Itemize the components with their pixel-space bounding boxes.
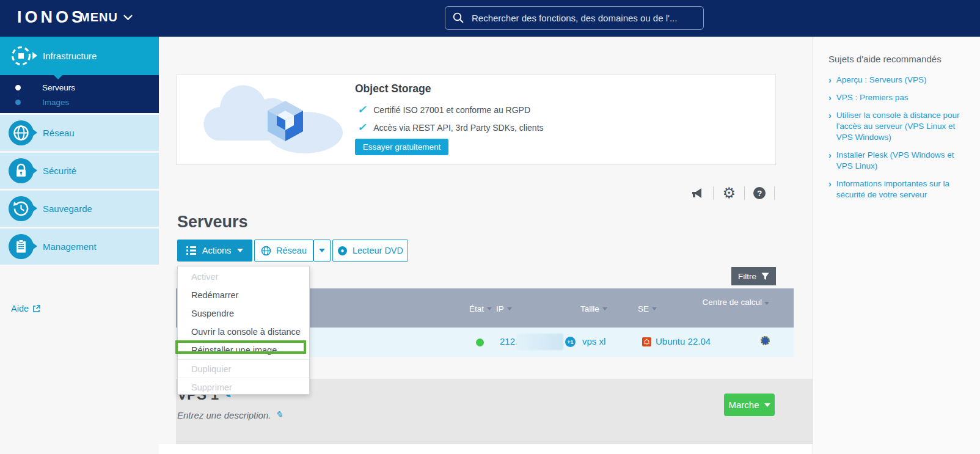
server-description[interactable]: Entrez une description. ✎ (177, 409, 283, 420)
sidebar-item-label: Réseau (43, 128, 75, 138)
ionos-logo[interactable]: IONOS (17, 8, 86, 27)
status-running-dot (476, 339, 484, 346)
column-label: État (469, 304, 484, 313)
search-input[interactable] (470, 12, 696, 24)
sort-caret-icon (764, 302, 769, 305)
actions-dropdown-menu: Activer Redémarrer Suspendre Ouvrir la c… (177, 266, 310, 395)
column-label: Taille (580, 304, 599, 313)
menu-item-redemarrer[interactable]: Redémarrer (178, 286, 309, 304)
column-header-taille[interactable]: Taille (580, 304, 607, 313)
chevron-right-icon: › (828, 92, 832, 103)
sidebar-item-label: Sécurité (43, 166, 76, 176)
ip-more-badge[interactable]: +1 (565, 337, 576, 347)
infrastructure-submenu: Serveurs Images (0, 75, 159, 113)
network-icon (9, 120, 34, 145)
ionos-cloud-panel: IONOS MENU Infrastructure Serveurs (0, 0, 980, 454)
network-button[interactable]: Réseau (254, 240, 313, 262)
help-link-premiers-pas[interactable]: ›VPS : Premiers pas (828, 92, 973, 103)
sidebar-subitem-images[interactable]: Images (0, 95, 159, 109)
help-link-text: Informations importantes sur la sécurité… (836, 178, 973, 200)
menu-item-ouvrir-console[interactable]: Ouvrir la console à distance (178, 323, 309, 341)
promo-title: Object Storage (355, 82, 431, 95)
aide-external-link[interactable]: Aide (11, 304, 40, 313)
sidebar-item-securite[interactable]: Sécurité (0, 153, 159, 189)
settings-gear-icon[interactable]: ⚙ (722, 186, 736, 200)
help-links-list: ›Aperçu : Serveurs (VPS) ›VPS : Premiers… (828, 75, 973, 207)
filter-button[interactable]: Filtre (731, 267, 776, 285)
list-icon (186, 246, 196, 255)
help-link-apercu-serveurs[interactable]: ›Aperçu : Serveurs (VPS) (828, 75, 973, 86)
try-free-button[interactable]: Essayer gratuitement (355, 139, 448, 155)
menu-item-activer: Activer (178, 268, 309, 286)
left-sidebar: Infrastructure Serveurs Images Réseau (0, 37, 159, 454)
chevron-right-icon: › (828, 150, 832, 172)
filter-funnel-icon (761, 273, 769, 280)
check-icon: ✓ (357, 103, 366, 116)
ubuntu-logo-icon (642, 337, 651, 346)
column-header-centre-de-calcul[interactable]: Centre de calcul (702, 297, 769, 307)
dvd-drive-button[interactable]: Lecteur DVD (332, 240, 408, 262)
aide-label: Aide (11, 304, 29, 313)
object-storage-promo-card: Object Storage ✓ Certifié ISO 27001 et c… (176, 75, 776, 165)
sort-caret-icon (652, 307, 657, 310)
globe-icon (261, 246, 271, 256)
recommended-help-panel: Sujets d'aide recommandés ›Aperçu : Serv… (813, 37, 980, 454)
column-header-etat[interactable]: État (469, 304, 492, 313)
menu-button[interactable]: MENU (79, 10, 133, 24)
menu-item-suspendre[interactable]: Suspendre (178, 304, 309, 323)
help-link-text: Utiliser la console à distance pour l'ac… (836, 110, 973, 143)
help-question-icon[interactable]: ? (753, 187, 766, 199)
help-link-text: VPS : Premiers pas (836, 92, 909, 103)
search-icon (453, 12, 464, 24)
backup-clock-icon (9, 196, 34, 221)
eu-datacenter-flag-icon (761, 336, 770, 345)
chevron-down-icon (319, 249, 325, 252)
main-content: Object Storage ✓ Certifié ISO 27001 et c… (159, 37, 813, 454)
dvd-label: Lecteur DVD (353, 246, 403, 255)
help-link-installer-plesk[interactable]: ›Installer Plesk (VPS Windows et VPS Lin… (828, 150, 973, 172)
sidebar-item-label: Management (43, 241, 97, 252)
promo-bullet: ✓ Accès via REST API, 3rd Party SDKs, cl… (357, 121, 544, 134)
chevron-down-icon (764, 403, 770, 407)
cloud-cube-illustration (192, 82, 357, 157)
bullet-icon (15, 85, 21, 90)
actions-dropdown-button[interactable]: Actions (177, 240, 252, 262)
help-link-text: Installer Plesk (VPS Windows et VPS Linu… (836, 150, 973, 172)
sidebar-subitem-serveurs[interactable]: Serveurs (0, 81, 159, 94)
announcements-megaphone-icon[interactable] (691, 187, 704, 199)
divider (713, 186, 714, 200)
sidebar-item-reseau[interactable]: Réseau (0, 115, 159, 151)
menu-label: MENU (79, 10, 118, 24)
sort-caret-icon (487, 307, 492, 310)
menu-item-reinstaller-image[interactable]: Réinstaller une image (178, 341, 309, 359)
ip-prefix: 212. (500, 336, 517, 346)
subitem-label: Images (42, 98, 69, 107)
column-label: Centre de calcul (702, 298, 762, 307)
bullet-icon (15, 100, 21, 105)
help-link-console-distance[interactable]: ›Utiliser la console à distance pour l'a… (828, 110, 973, 143)
help-link-securite-serveur[interactable]: ›Informations importantes sur la sécurit… (828, 178, 973, 200)
infrastructure-icon (9, 43, 34, 68)
sidebar-item-infrastructure[interactable]: Infrastructure (0, 37, 159, 75)
sidebar-item-sauvegarde[interactable]: Sauvegarde (0, 191, 159, 227)
security-lock-icon (9, 158, 34, 183)
power-state-button[interactable]: Marche (724, 394, 775, 416)
promo-bullet-text: Accès via REST API, 3rd Party SDKs, clie… (373, 123, 543, 133)
active-item-notch (54, 75, 62, 79)
column-header-ip[interactable]: IP (496, 304, 512, 313)
network-caret-button[interactable] (313, 240, 331, 262)
power-state-label: Marche (728, 400, 759, 410)
sort-caret-icon (507, 307, 512, 310)
chevron-right-icon: › (828, 178, 832, 200)
sidebar-item-management[interactable]: Management (0, 229, 159, 265)
divider (744, 186, 745, 200)
management-clipboard-icon (9, 234, 34, 259)
edit-pencil-icon[interactable]: ✎ (275, 409, 283, 420)
promo-bullet: ✓ Certifié ISO 27001 et conforme au RGPD (357, 103, 530, 116)
column-label: SE (638, 304, 649, 313)
filter-label: Filtre (738, 272, 756, 281)
search-bar[interactable] (445, 6, 704, 30)
chevron-down-icon (123, 15, 133, 20)
column-header-se[interactable]: SE (638, 304, 657, 313)
check-icon: ✓ (357, 121, 366, 134)
